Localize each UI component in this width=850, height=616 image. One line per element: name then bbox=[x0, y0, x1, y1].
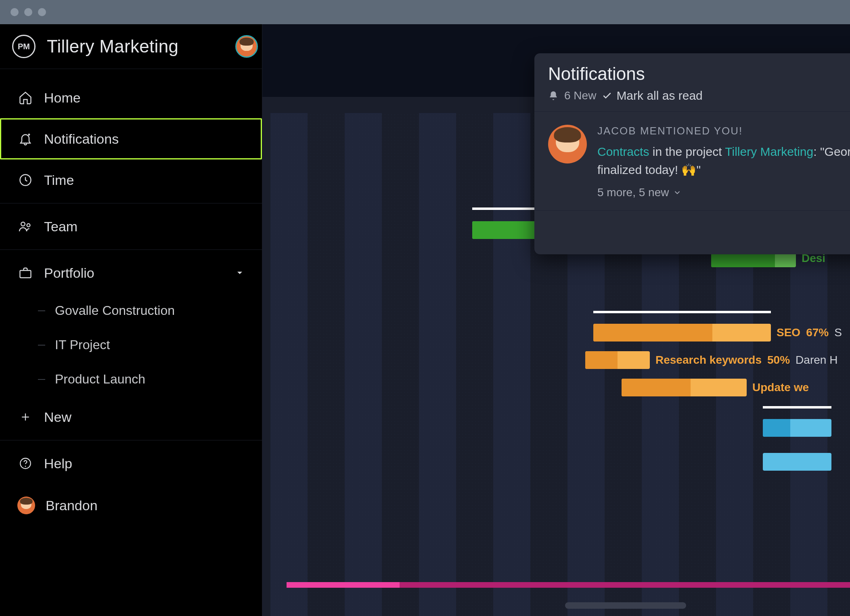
sidebar-item-label: Home bbox=[44, 90, 81, 106]
chevron-down-icon bbox=[235, 268, 245, 278]
sidebar-item-help[interactable]: Help bbox=[0, 443, 262, 484]
sidebar-divider bbox=[0, 440, 262, 440]
main-content: F S S ke Horn ps, Jennife W bbox=[262, 24, 850, 616]
mark-all-label: Mark all as read bbox=[616, 89, 702, 103]
notif-link-task[interactable]: Contracts bbox=[597, 145, 649, 158]
sidebar-item-team[interactable]: Team bbox=[0, 206, 262, 247]
bar-name: Research keywords bbox=[655, 354, 762, 367]
sidebar-item-new[interactable]: New bbox=[0, 396, 262, 438]
notif-link-project[interactable]: Tillery Marketing bbox=[725, 145, 813, 158]
clock-icon bbox=[17, 172, 33, 188]
bell-icon bbox=[17, 131, 33, 147]
window-titlebar bbox=[0, 0, 850, 24]
traffic-close[interactable] bbox=[10, 8, 19, 16]
sidebar-item-user[interactable]: Brandon bbox=[0, 484, 262, 527]
sub-item-label: IT Project bbox=[55, 337, 110, 352]
bar-pct: 67% bbox=[806, 326, 829, 339]
bar-pct: 50% bbox=[767, 354, 790, 367]
bar-assignee: S bbox=[834, 326, 842, 339]
horizontal-scrollbar[interactable] bbox=[565, 602, 686, 609]
gantt-bar[interactable]: Update we bbox=[622, 379, 747, 396]
project-avatar[interactable] bbox=[235, 35, 258, 58]
traffic-max[interactable] bbox=[38, 8, 46, 16]
sidebar-item-home[interactable]: Home bbox=[0, 77, 262, 118]
gantt-summary bbox=[763, 406, 831, 409]
sidebar-item-time[interactable]: Time bbox=[0, 159, 262, 201]
avatar bbox=[17, 497, 35, 514]
sidebar-item-label: New bbox=[44, 409, 71, 425]
portfolio-child[interactable]: IT Project bbox=[28, 328, 262, 362]
portfolio-children: Govalle Construction IT Project Product … bbox=[0, 293, 262, 396]
popover-divider bbox=[534, 210, 850, 211]
svg-rect-4 bbox=[20, 270, 31, 278]
sidebar-item-label: Time bbox=[44, 172, 74, 188]
home-icon bbox=[17, 90, 33, 106]
sidebar-item-portfolio[interactable]: Portfolio bbox=[0, 252, 262, 293]
gantt-bar[interactable]: SEO 67% S bbox=[593, 324, 771, 342]
more-label: 5 more, 5 new bbox=[597, 186, 669, 199]
briefcase-icon bbox=[17, 265, 33, 281]
sidebar-item-label: Help bbox=[44, 456, 72, 471]
app-logo[interactable]: PM bbox=[12, 35, 36, 58]
svg-point-6 bbox=[25, 466, 26, 467]
svg-point-3 bbox=[27, 224, 30, 227]
gantt-bar[interactable] bbox=[763, 419, 831, 437]
sidebar-divider bbox=[0, 249, 262, 250]
notification-item[interactable]: JACOB MENTIONED YOU! 3h Contracts in the… bbox=[548, 121, 850, 201]
sidebar-item-label: Brandon bbox=[46, 498, 98, 513]
sidebar-item-label: Team bbox=[44, 219, 77, 235]
sub-item-label: Product Launch bbox=[55, 372, 145, 387]
gantt-summary bbox=[593, 311, 771, 313]
gantt-bar[interactable] bbox=[763, 453, 831, 471]
avatar bbox=[548, 125, 587, 163]
gantt-progress-overall bbox=[287, 582, 850, 588]
sidebar-divider bbox=[0, 203, 262, 203]
notifications-popover: Notifications 6 New Mark all as read bbox=[534, 53, 850, 254]
bar-name: SEO bbox=[777, 326, 800, 339]
svg-point-2 bbox=[21, 222, 25, 226]
sidebar-nav: Home Notifications Time Team bbox=[0, 69, 262, 527]
sidebar: PM Tillery Marketing Home Notifications bbox=[0, 24, 262, 616]
sidebar-item-notifications[interactable]: Notifications bbox=[0, 118, 262, 159]
portfolio-child[interactable]: Product Launch bbox=[28, 362, 262, 396]
popover-title: Notifications bbox=[548, 64, 703, 84]
notif-message: Contracts in the project Tillery Marketi… bbox=[597, 142, 850, 179]
bar-name: Update we bbox=[752, 381, 809, 394]
team-icon bbox=[17, 218, 33, 235]
mark-all-read-button[interactable]: Mark all as read bbox=[602, 89, 702, 103]
popover-divider bbox=[534, 111, 850, 112]
sub-item-label: Govalle Construction bbox=[55, 303, 175, 318]
bell-icon bbox=[548, 90, 559, 101]
project-title[interactable]: Tillery Marketing bbox=[47, 36, 178, 57]
plus-icon bbox=[17, 409, 33, 425]
help-icon bbox=[17, 455, 33, 471]
bar-assignee: Daren H bbox=[796, 354, 837, 367]
gantt-bar[interactable]: Research keywords 50% Daren H bbox=[585, 351, 650, 369]
sidebar-item-label: Portfolio bbox=[44, 265, 94, 281]
svg-point-0 bbox=[28, 134, 30, 136]
notif-heading: JACOB MENTIONED YOU! bbox=[597, 125, 850, 137]
expand-more-button[interactable]: 5 more, 5 new bbox=[597, 186, 850, 199]
new-count: 6 New bbox=[564, 89, 596, 102]
portfolio-child[interactable]: Govalle Construction bbox=[28, 293, 262, 328]
sidebar-item-label: Notifications bbox=[44, 131, 119, 147]
traffic-min[interactable] bbox=[24, 8, 32, 16]
brand-bar: PM Tillery Marketing bbox=[0, 24, 262, 69]
